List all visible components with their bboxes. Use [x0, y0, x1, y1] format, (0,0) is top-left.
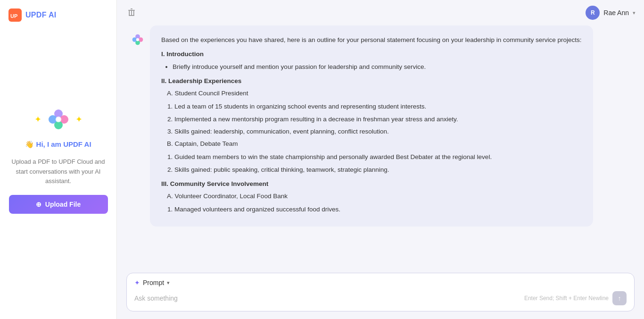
- svg-point-6: [56, 117, 61, 122]
- list-item-3: Skills gained: leadership, communication…: [174, 126, 582, 137]
- ai-message-wrapper: Based on the experiences you have shared…: [126, 25, 635, 234]
- list-item-2: Implemented a new mentorship program res…: [174, 114, 582, 125]
- chevron-down-icon: ▾: [633, 10, 636, 16]
- logo-text: UPDF AI: [25, 11, 57, 19]
- input-row: Enter Send; Shift + Enter Newline ↑: [134, 291, 627, 305]
- svg-rect-11: [133, 10, 134, 15]
- send-icon: ↑: [618, 294, 621, 302]
- sparkle-container: ✦ ✦: [34, 107, 83, 132]
- greeting-text: 👋 Hi, I am UPDF AI: [25, 140, 91, 149]
- section-heading-2: II. Leadership Experiences: [161, 76, 582, 86]
- bullet-intro: Briefly introduce yourself and mention y…: [173, 62, 582, 72]
- message-content: Based on the experiences you have shared…: [161, 35, 582, 215]
- svg-rect-12: [129, 15, 134, 16]
- subheading-c: A. Volunteer Coordinator, Local Food Ban…: [167, 191, 582, 201]
- section-heading-3: III. Community Service Involvement: [161, 179, 582, 189]
- sidebar-body: ✦ ✦ 👋 Hi, I am UPDF AI Upload a PDF to U…: [0, 30, 116, 319]
- delete-button[interactable]: [125, 6, 138, 20]
- svg-rect-7: [128, 10, 135, 11]
- input-hint: Enter Send; Shift + Enter Newline: [524, 295, 609, 302]
- list-item-1: Led a team of 15 students in organizing …: [174, 101, 582, 112]
- user-name: Rae Ann: [603, 9, 629, 17]
- svg-text:UP: UP: [10, 13, 17, 19]
- sparkle-left-icon: ✦: [34, 114, 41, 125]
- ask-input[interactable]: [134, 294, 520, 302]
- svg-point-17: [136, 38, 139, 41]
- prompt-dropdown-icon[interactable]: ▾: [167, 280, 170, 286]
- prompt-label: Prompt: [143, 279, 164, 286]
- sidebar-header: UP UPDF AI: [0, 0, 116, 30]
- sparkle-right-icon: ✦: [75, 114, 83, 125]
- main-panel: R Rae Ann ▾ Based: [117, 0, 644, 319]
- list-item-5: Skills gained: public speaking, critical…: [174, 165, 582, 175]
- section-heading-1: I. Introduction: [161, 49, 582, 59]
- subtitle-text: Upload a PDF to UPDF Cloud and start con…: [0, 157, 116, 186]
- svg-rect-10: [131, 10, 132, 15]
- main-header: R Rae Ann ▾: [117, 0, 644, 25]
- input-area: ✦ Prompt ▾ Enter Send; Shift + Enter New…: [126, 273, 635, 311]
- chat-area[interactable]: Based on the experiences you have shared…: [117, 25, 644, 269]
- ai-message-bubble: Based on the experiences you have shared…: [150, 25, 593, 227]
- list-item-6: Managed volunteers and organized success…: [174, 204, 582, 215]
- updf-logo-icon: UP: [8, 8, 22, 22]
- user-profile[interactable]: R Rae Ann ▾: [586, 6, 636, 20]
- svg-rect-9: [129, 10, 130, 15]
- delete-icon: [127, 8, 136, 17]
- send-button[interactable]: ↑: [612, 291, 627, 305]
- sparkle-icon: ✦: [134, 279, 140, 286]
- input-toolbar: ✦ Prompt ▾: [134, 279, 627, 286]
- list-item-4: Guided team members to win the state cha…: [174, 152, 582, 162]
- intro-paragraph: Based on the experiences you have shared…: [161, 35, 582, 45]
- avatar: R: [586, 6, 600, 20]
- upload-file-button[interactable]: ⊕ Upload File: [9, 195, 108, 214]
- subheading-b: B. Captain, Debate Team: [167, 139, 582, 149]
- upload-plus-icon: ⊕: [36, 201, 41, 208]
- ai-avatar-icon: [131, 33, 144, 46]
- sidebar: UP UPDF AI ✦ ✦ 👋 Hi, I am UPDF AI Upload…: [0, 0, 117, 319]
- svg-rect-8: [131, 8, 132, 9]
- subheading-a: A. Student Council President: [167, 88, 582, 99]
- flower-ai-icon: [46, 107, 71, 132]
